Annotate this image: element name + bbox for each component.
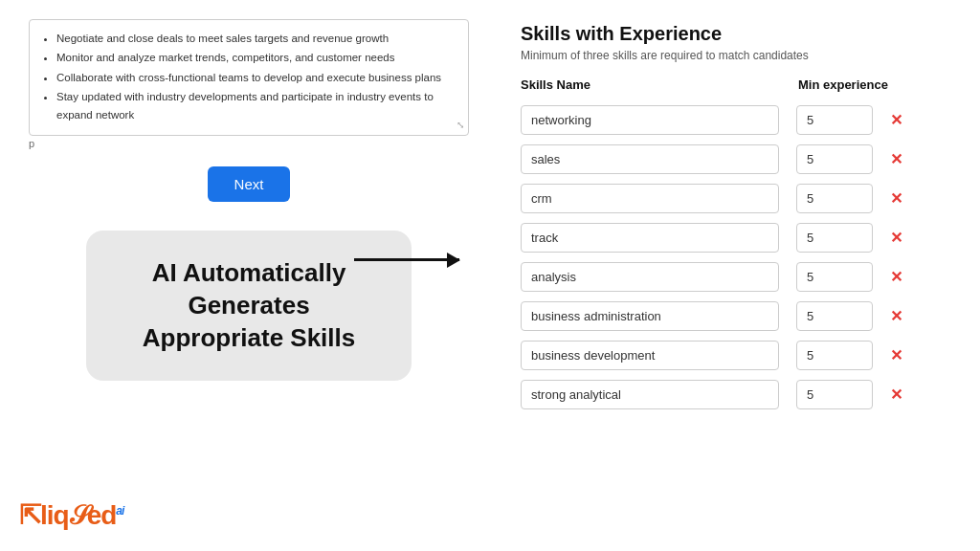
- next-button[interactable]: Next: [208, 166, 291, 202]
- textarea-line: Monitor and analyze market trends, compe…: [56, 49, 457, 66]
- ai-badge-line2: Generates: [188, 291, 309, 320]
- skills-list: ✕✕✕✕✕✕✕✕: [521, 105, 957, 409]
- delete-skill-button[interactable]: ✕: [886, 150, 906, 168]
- resize-handle: ⤡: [457, 118, 464, 133]
- delete-skill-button[interactable]: ✕: [886, 346, 906, 364]
- skill-row: ✕: [521, 223, 957, 253]
- col-skill-name-header: Skills Name: [521, 77, 789, 92]
- skill-name-input[interactable]: [521, 105, 779, 135]
- skills-table-header: Skills Name Min experience: [521, 77, 957, 99]
- job-description-textarea[interactable]: Negotiate and close deals to meet sales …: [29, 19, 469, 136]
- col-min-exp-header: Min experience: [798, 77, 903, 92]
- skill-exp-input[interactable]: [796, 380, 873, 409]
- skill-row: ✕: [521, 262, 957, 292]
- skill-name-input[interactable]: [521, 262, 779, 292]
- delete-skill-button[interactable]: ✕: [886, 111, 906, 129]
- skill-exp-input[interactable]: [796, 105, 873, 135]
- skill-row: ✕: [521, 184, 957, 213]
- ai-badge-line1: AI Automatically: [152, 258, 346, 287]
- skill-row: ✕: [521, 105, 957, 135]
- skill-exp-input[interactable]: [796, 184, 873, 213]
- skill-row: ✕: [521, 144, 957, 174]
- skill-exp-input[interactable]: [796, 341, 873, 370]
- delete-skill-button[interactable]: ✕: [886, 307, 906, 325]
- skill-name-input[interactable]: [521, 144, 779, 174]
- delete-skill-button[interactable]: ✕: [886, 268, 906, 286]
- textarea-line: Negotiate and close deals to meet sales …: [56, 30, 457, 47]
- textarea-line: Stay updated with industry developments …: [56, 88, 457, 123]
- arrow: [354, 258, 459, 261]
- delete-skill-button[interactable]: ✕: [886, 229, 906, 247]
- skill-row: ✕: [521, 380, 957, 409]
- skill-row: ✕: [521, 301, 957, 331]
- skill-exp-input[interactable]: [796, 144, 873, 174]
- delete-skill-button[interactable]: ✕: [886, 189, 906, 208]
- skills-subtitle: Minimum of three skills are required to …: [521, 49, 957, 62]
- textarea-line: Collaborate with cross-functional teams …: [56, 69, 457, 86]
- skill-name-input[interactable]: [521, 223, 779, 253]
- skill-row: ✕: [521, 341, 957, 370]
- skill-name-input[interactable]: [521, 341, 779, 370]
- skill-name-input[interactable]: [521, 184, 779, 213]
- delete-skill-button[interactable]: ✕: [886, 386, 906, 404]
- textarea-footer: p: [29, 136, 469, 151]
- logo-ai: ai: [116, 504, 123, 518]
- logo-text: ⇱liq𝒮edai: [19, 500, 123, 530]
- logo: ⇱liq𝒮edai: [19, 499, 123, 532]
- skill-exp-input[interactable]: [796, 262, 873, 292]
- ai-badge-line3: Appropriate Skills: [143, 323, 356, 352]
- skill-name-input[interactable]: [521, 380, 779, 409]
- skill-exp-input[interactable]: [796, 301, 873, 331]
- skill-name-input[interactable]: [521, 301, 779, 331]
- skill-exp-input[interactable]: [796, 223, 873, 253]
- right-panel: Skills with Experience Minimum of three …: [498, 0, 980, 551]
- ai-badge: AI Automatically Generates Appropriate S…: [86, 231, 412, 381]
- left-panel: Negotiate and close deals to meet sales …: [0, 0, 498, 551]
- skills-title: Skills with Experience: [521, 23, 957, 45]
